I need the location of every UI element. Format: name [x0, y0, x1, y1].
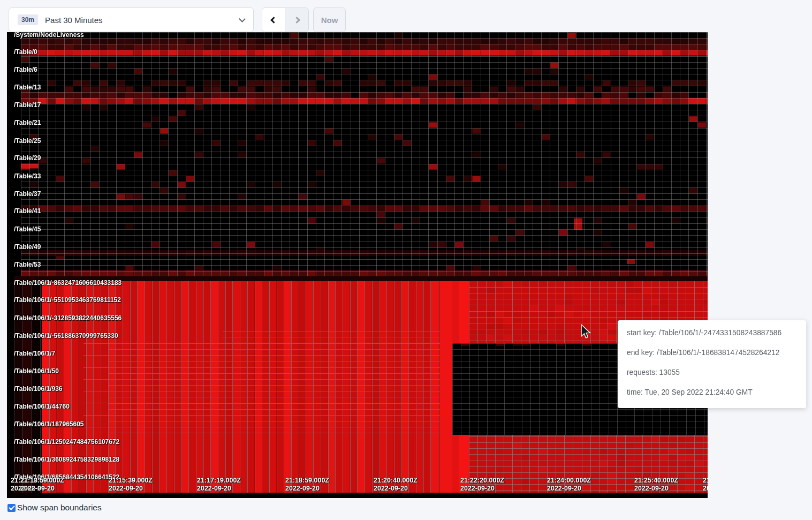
- time-window-select[interactable]: 30m Past 30 Minutes: [9, 7, 254, 32]
- chevron-down-icon: [239, 16, 246, 22]
- tooltip: start key: /Table/106/1/-247433150824388…: [618, 320, 806, 408]
- chevron-right-icon: [293, 17, 300, 24]
- chevron-left-icon: [270, 17, 277, 24]
- key-visualizer: /System/NodeLiveness/Table/0/Table/6/Tab…: [7, 32, 708, 498]
- tooltip-line: start key: /Table/106/1/-247433150824388…: [627, 329, 797, 337]
- tooltip-line: time: Tue, 20 Sep 2022 21:24:40 GMT: [627, 388, 797, 397]
- now-button[interactable]: Now: [313, 7, 346, 32]
- time-window-label: Past 30 Minutes: [45, 16, 240, 25]
- show-span-boundaries-label: Show span boundaries: [17, 503, 102, 513]
- previous-time-button[interactable]: [262, 8, 285, 32]
- key-visualizer-heatmap[interactable]: [7, 32, 708, 498]
- span-boundaries-row: Show span boundaries: [7, 503, 102, 513]
- show-span-boundaries-checkbox[interactable]: [7, 504, 16, 512]
- next-time-button[interactable]: [285, 8, 308, 32]
- time-window-badge: 30m: [18, 14, 38, 25]
- tooltip-line: requests: 13055: [627, 368, 797, 377]
- time-nav-group: [262, 7, 309, 32]
- tooltip-line: end key: /Table/106/1/-18683814745282642…: [627, 349, 797, 357]
